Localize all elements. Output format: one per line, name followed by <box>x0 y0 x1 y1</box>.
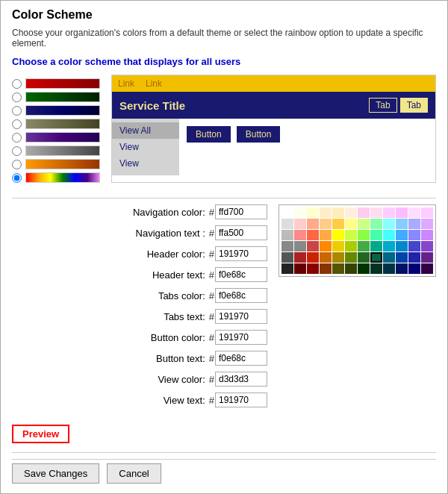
field-input-tabs_color[interactable] <box>215 288 267 303</box>
palette-cell-20[interactable] <box>383 219 395 229</box>
palette-cell-56[interactable] <box>383 252 395 263</box>
palette-cell-60[interactable] <box>281 263 293 274</box>
palette-cell-29[interactable] <box>345 230 357 240</box>
palette-cell-2[interactable] <box>307 207 319 218</box>
palette-cell-28[interactable] <box>332 230 344 240</box>
palette-cell-48[interactable] <box>281 252 293 263</box>
field-input-button_color[interactable] <box>215 330 267 345</box>
palette-cell-63[interactable] <box>320 263 332 274</box>
scheme-radio-3[interactable] <box>12 119 22 129</box>
preview-link1[interactable]: Link <box>118 78 134 89</box>
palette-cell-25[interactable] <box>294 230 306 240</box>
palette-cell-5[interactable] <box>345 207 357 218</box>
palette-cell-43[interactable] <box>370 241 382 251</box>
palette-cell-26[interactable] <box>307 230 319 240</box>
preview-nav-item1[interactable]: View All <box>112 122 179 139</box>
palette-cell-46[interactable] <box>408 241 420 251</box>
palette-cell-51[interactable] <box>320 252 332 263</box>
preview-link2[interactable]: Link <box>146 78 162 89</box>
palette-cell-38[interactable] <box>307 241 319 251</box>
palette-cell-59[interactable] <box>421 252 433 263</box>
palette-cell-14[interactable] <box>307 219 319 229</box>
palette-cell-27[interactable] <box>320 230 332 240</box>
scheme-radio-6[interactable] <box>12 160 22 169</box>
palette-cell-41[interactable] <box>345 241 357 251</box>
save-button[interactable]: Save Changes <box>12 463 99 484</box>
scheme-radio-0[interactable] <box>12 79 22 89</box>
palette-cell-61[interactable] <box>294 263 306 274</box>
preview-tab1[interactable]: Tab <box>369 98 396 113</box>
palette-cell-32[interactable] <box>383 230 395 240</box>
field-input-view_text[interactable] <box>215 393 267 407</box>
palette-cell-62[interactable] <box>307 263 319 274</box>
palette-cell-33[interactable] <box>396 230 408 240</box>
palette-cell-9[interactable] <box>396 207 408 218</box>
palette-cell-31[interactable] <box>370 230 382 240</box>
palette-cell-1[interactable] <box>294 207 306 218</box>
palette-cell-19[interactable] <box>370 219 382 229</box>
palette-cell-8[interactable] <box>383 207 395 218</box>
preview-button[interactable]: Preview <box>12 425 69 443</box>
palette-cell-54[interactable] <box>358 252 370 263</box>
scheme-radio-5[interactable] <box>12 146 22 156</box>
palette-cell-7[interactable] <box>370 207 382 218</box>
palette-cell-58[interactable] <box>408 252 420 263</box>
palette-cell-30[interactable] <box>358 230 370 240</box>
palette-cell-50[interactable] <box>307 252 319 263</box>
palette-cell-40[interactable] <box>332 241 344 251</box>
field-input-nav_color[interactable] <box>215 204 267 219</box>
palette-cell-71[interactable] <box>421 263 433 274</box>
scheme-radio-1[interactable] <box>12 93 22 102</box>
palette-cell-37[interactable] <box>294 241 306 251</box>
palette-cell-15[interactable] <box>320 219 332 229</box>
palette-cell-52[interactable] <box>332 252 344 263</box>
preview-button2[interactable]: Button <box>237 126 281 143</box>
palette-cell-57[interactable] <box>396 252 408 263</box>
palette-cell-10[interactable] <box>408 207 420 218</box>
field-input-view_color[interactable] <box>215 372 267 387</box>
palette-cell-47[interactable] <box>421 241 433 251</box>
palette-cell-49[interactable] <box>294 252 306 263</box>
scheme-radio-7[interactable] <box>12 173 22 183</box>
preview-nav-item2[interactable]: View <box>112 139 179 155</box>
palette-cell-34[interactable] <box>408 230 420 240</box>
cancel-button[interactable]: Cancel <box>107 463 161 484</box>
palette-cell-18[interactable] <box>358 219 370 229</box>
palette-cell-55[interactable] <box>370 252 382 263</box>
scheme-radio-4[interactable] <box>12 133 22 143</box>
palette-cell-22[interactable] <box>408 219 420 229</box>
palette-cell-4[interactable] <box>332 207 344 218</box>
palette-cell-65[interactable] <box>345 263 357 274</box>
preview-tab2[interactable]: Tab <box>400 98 428 113</box>
palette-cell-21[interactable] <box>396 219 408 229</box>
palette-cell-68[interactable] <box>383 263 395 274</box>
field-input-tabs_text[interactable] <box>215 309 267 324</box>
palette-cell-39[interactable] <box>320 241 332 251</box>
palette-cell-0[interactable] <box>281 207 293 218</box>
palette-cell-66[interactable] <box>358 263 370 274</box>
palette-cell-13[interactable] <box>294 219 306 229</box>
field-input-button_text[interactable] <box>215 351 267 366</box>
palette-cell-44[interactable] <box>383 241 395 251</box>
palette-cell-24[interactable] <box>281 230 293 240</box>
palette-cell-69[interactable] <box>396 263 408 274</box>
palette-cell-6[interactable] <box>358 207 370 218</box>
palette-cell-3[interactable] <box>320 207 332 218</box>
palette-cell-36[interactable] <box>281 241 293 251</box>
field-input-header_color[interactable] <box>215 246 267 261</box>
palette-cell-42[interactable] <box>358 241 370 251</box>
palette-cell-67[interactable] <box>370 263 382 274</box>
palette-cell-23[interactable] <box>421 219 433 229</box>
palette-cell-45[interactable] <box>396 241 408 251</box>
scheme-radio-2[interactable] <box>12 106 22 116</box>
palette-cell-35[interactable] <box>421 230 433 240</box>
palette-cell-12[interactable] <box>281 219 293 229</box>
field-input-nav_text[interactable] <box>215 225 267 240</box>
palette-cell-17[interactable] <box>345 219 357 229</box>
preview-nav-item3[interactable]: View <box>112 155 179 172</box>
palette-cell-53[interactable] <box>345 252 357 263</box>
palette-cell-70[interactable] <box>408 263 420 274</box>
preview-button1[interactable]: Button <box>187 126 231 143</box>
palette-cell-16[interactable] <box>332 219 344 229</box>
palette-cell-11[interactable] <box>421 207 433 218</box>
